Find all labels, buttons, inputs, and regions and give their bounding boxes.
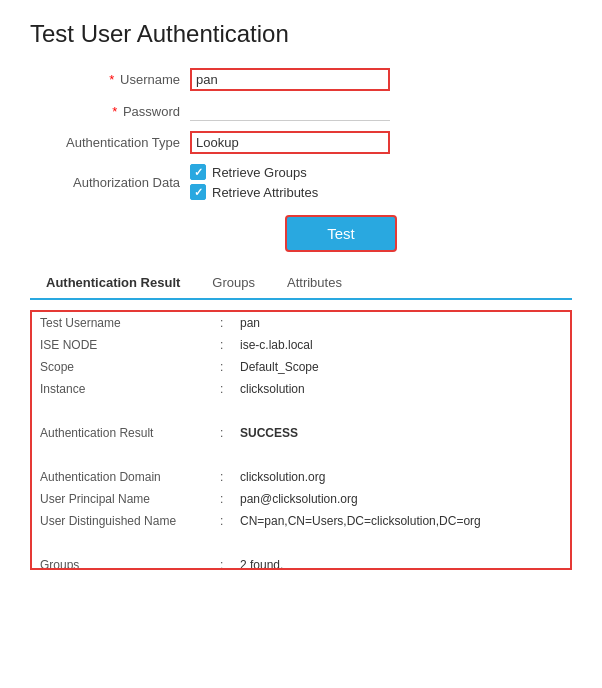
retrieve-groups-checkbox[interactable] bbox=[190, 164, 206, 180]
result-table-container: Test Username:panISE NODE:ise-c.lab.loca… bbox=[30, 310, 572, 570]
result-sep: : bbox=[212, 466, 232, 488]
result-sep: : bbox=[212, 488, 232, 510]
retrieve-attributes-row: Retrieve Attributes bbox=[190, 184, 318, 200]
table-row: Test Username:pan bbox=[32, 312, 570, 334]
result-key: Authentication Domain bbox=[32, 466, 212, 488]
tab-authentication-result[interactable]: Authentication Result bbox=[30, 267, 196, 300]
auth-data-row: Authorization Data Retrieve Groups Retri… bbox=[30, 164, 572, 200]
retrieve-attributes-label: Retrieve Attributes bbox=[212, 185, 318, 200]
retrieve-attributes-checkbox[interactable] bbox=[190, 184, 206, 200]
tab-attributes[interactable]: Attributes bbox=[271, 267, 358, 298]
username-label: * Username bbox=[30, 72, 190, 87]
test-button-row: Test bbox=[110, 215, 572, 252]
tabs-row: Authentication Result Groups Attributes bbox=[30, 267, 572, 300]
username-row: * Username bbox=[30, 68, 572, 91]
table-row: Scope:Default_Scope bbox=[32, 356, 570, 378]
table-row: User Distinguished Name:CN=pan,CN=Users,… bbox=[32, 510, 570, 532]
result-key: Instance bbox=[32, 378, 212, 400]
result-key: Scope bbox=[32, 356, 212, 378]
result-sep: : bbox=[212, 422, 232, 444]
auth-type-input[interactable] bbox=[190, 131, 390, 154]
table-row: Groups:2 found. bbox=[32, 554, 570, 570]
result-value: SUCCESS bbox=[232, 422, 570, 444]
result-value: ise-c.lab.local bbox=[232, 334, 570, 356]
required-star-password: * bbox=[112, 104, 117, 119]
table-row: Authentication Result:SUCCESS bbox=[32, 422, 570, 444]
result-value: clicksolution.org bbox=[232, 466, 570, 488]
result-key: User Principal Name bbox=[32, 488, 212, 510]
result-key: ISE NODE bbox=[32, 334, 212, 356]
table-row: Instance:clicksolution bbox=[32, 378, 570, 400]
result-key: Groups bbox=[32, 554, 212, 570]
result-value: 2 found. bbox=[232, 554, 570, 570]
result-value: pan@clicksolution.org bbox=[232, 488, 570, 510]
result-sep: : bbox=[212, 554, 232, 570]
result-value: pan bbox=[232, 312, 570, 334]
result-key: Authentication Result bbox=[32, 422, 212, 444]
result-key: Test Username bbox=[32, 312, 212, 334]
table-row: User Principal Name:pan@clicksolution.or… bbox=[32, 488, 570, 510]
result-sep: : bbox=[212, 378, 232, 400]
tab-groups[interactable]: Groups bbox=[196, 267, 271, 298]
required-star-username: * bbox=[109, 72, 114, 87]
result-value: clicksolution bbox=[232, 378, 570, 400]
table-row: ISE NODE:ise-c.lab.local bbox=[32, 334, 570, 356]
result-sep: : bbox=[212, 334, 232, 356]
password-label: * Password bbox=[30, 104, 190, 119]
table-row bbox=[32, 400, 570, 422]
test-button[interactable]: Test bbox=[285, 215, 397, 252]
authorization-data-checkboxes: Retrieve Groups Retrieve Attributes bbox=[190, 164, 318, 200]
form-section: * Username * Password Authentication Typ… bbox=[30, 68, 572, 200]
table-row bbox=[32, 532, 570, 554]
page-title: Test User Authentication bbox=[30, 20, 572, 48]
result-sep: : bbox=[212, 356, 232, 378]
username-input[interactable] bbox=[190, 68, 390, 91]
result-value: Default_Scope bbox=[232, 356, 570, 378]
retrieve-groups-label: Retrieve Groups bbox=[212, 165, 307, 180]
auth-type-label: Authentication Type bbox=[30, 135, 190, 150]
password-row: * Password bbox=[30, 101, 572, 121]
result-value: CN=pan,CN=Users,DC=clicksolution,DC=org bbox=[232, 510, 570, 532]
result-key: User Distinguished Name bbox=[32, 510, 212, 532]
retrieve-groups-row: Retrieve Groups bbox=[190, 164, 318, 180]
table-row: Authentication Domain:clicksolution.org bbox=[32, 466, 570, 488]
table-row bbox=[32, 444, 570, 466]
auth-type-row: Authentication Type bbox=[30, 131, 572, 154]
password-input[interactable] bbox=[190, 101, 390, 121]
result-table: Test Username:panISE NODE:ise-c.lab.loca… bbox=[32, 312, 570, 570]
auth-data-label: Authorization Data bbox=[30, 175, 190, 190]
result-sep: : bbox=[212, 510, 232, 532]
result-sep: : bbox=[212, 312, 232, 334]
